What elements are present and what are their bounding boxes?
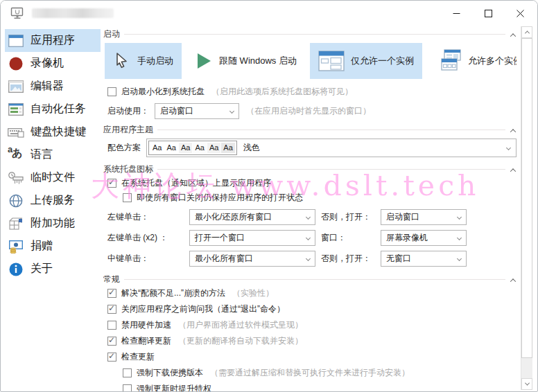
collapse-tray-button[interactable] bbox=[510, 163, 517, 176]
checkbox-icon bbox=[107, 321, 116, 330]
sidebar-item-label: 附加功能 bbox=[31, 216, 75, 231]
collapse-general-button[interactable] bbox=[510, 273, 517, 286]
check-updates-checkbox[interactable]: 检查更新 bbox=[107, 351, 155, 363]
scroll-up-button[interactable] bbox=[521, 26, 532, 38]
scroll-down-button[interactable] bbox=[521, 378, 532, 390]
single-window-icon bbox=[318, 51, 345, 71]
scheme-swatch: Aa bbox=[164, 143, 177, 153]
sidebar-item-about[interactable]: 关于 bbox=[5, 258, 101, 280]
show-in-tray-checkbox[interactable]: 在系统托盘（通知区域）上显示应用程序 bbox=[107, 177, 271, 189]
sidebar-item-automation[interactable]: 自动化任务 bbox=[5, 98, 101, 121]
section-startup: 启动 手动启动 跟随 Windows 启动 bbox=[103, 28, 517, 118]
sidebar-item-temp-files[interactable]: 临时文件 bbox=[5, 166, 101, 189]
collapse-theme-button[interactable] bbox=[510, 123, 517, 136]
section-title-general: 常规 bbox=[103, 274, 120, 285]
divider bbox=[157, 130, 505, 130]
minimize-to-tray-checkbox[interactable]: 启动最小化到系统托盘 bbox=[107, 86, 205, 98]
sidebar-item-addons[interactable]: 附加功能 bbox=[5, 212, 101, 235]
sidebar-item-hotkeys[interactable]: 键盘快捷键 bbox=[5, 121, 101, 143]
sidebar-item-application[interactable]: 应用程序 bbox=[5, 29, 101, 52]
addons-icon bbox=[8, 215, 24, 232]
keep-open-checkbox[interactable]: 即使所有窗口关闭仍保持应用程序的打开状态 bbox=[123, 192, 303, 204]
force-portable-checkbox[interactable]: 强制下载便携版本 bbox=[123, 367, 203, 379]
disable-hw-accel-row: 禁用硬件加速 （用户界面将通过软件模式呈现） bbox=[107, 317, 517, 332]
window-controls bbox=[440, 1, 536, 26]
double-click-window-select[interactable]: 屏幕录像机 bbox=[381, 230, 467, 246]
fix-quota-crash-checkbox[interactable]: 解决“配额不足...”崩溃的方法 bbox=[107, 287, 225, 299]
sidebar-item-language[interactable]: a あ 语言 bbox=[5, 143, 101, 166]
close-button[interactable] bbox=[504, 1, 536, 26]
scheme-swatch: Aa bbox=[179, 143, 192, 153]
chevron-down-icon bbox=[229, 108, 234, 113]
chevron-down-icon bbox=[306, 235, 311, 240]
sidebar-item-recorder[interactable]: 录像机 bbox=[5, 52, 101, 75]
double-click-action-select[interactable]: 打开一个窗口 bbox=[189, 230, 315, 246]
section-title-startup: 启动 bbox=[103, 28, 120, 40]
minimize-button[interactable] bbox=[440, 1, 472, 26]
double-click-label: 左键单击 (x2) ： bbox=[107, 232, 189, 244]
double-click-window-label: 窗口： bbox=[321, 232, 381, 244]
single-instance-button[interactable]: 仅允许一个实例 bbox=[310, 43, 422, 79]
ask-before-close-row: 关闭应用程序之前询问我（通过“退出”命令） bbox=[107, 301, 517, 317]
multi-window-icon bbox=[435, 49, 462, 73]
monitor-icon bbox=[10, 6, 25, 20]
tray-click-row: 中键单击： 最小化所有窗口 否则，打开： 无窗口 bbox=[107, 251, 517, 267]
check-updates-row: 检查更新 bbox=[107, 349, 517, 364]
left-click-action-select[interactable]: 最小化/还原所有窗口 bbox=[189, 209, 315, 225]
section-title-tray: 系统托盘图标 bbox=[103, 163, 153, 175]
checkbox-icon bbox=[107, 337, 116, 346]
startup-window-select[interactable]: 启动窗口 bbox=[155, 103, 239, 119]
sidebar-item-donate[interactable]: 捐赠 bbox=[5, 235, 101, 258]
settings-content: 启动 手动启动 跟随 Windows 启动 bbox=[103, 26, 517, 391]
check-translation-updates-checkbox[interactable]: 检查翻译更新 bbox=[107, 335, 171, 347]
sidebar-item-upload[interactable]: 上传服务 bbox=[5, 189, 101, 212]
middle-click-window-select[interactable]: 无窗口 bbox=[381, 251, 467, 267]
settings-window: 应用程序 录像机 编辑器 自动化任务 键盘快捷键 bbox=[0, 0, 538, 392]
sidebar-item-label: 捐赠 bbox=[31, 239, 53, 253]
checkbox-icon bbox=[107, 289, 116, 298]
startup-mode-buttons: 手动启动 跟随 Windows 启动 仅允许一个实例 bbox=[105, 43, 517, 79]
middle-click-action-select[interactable]: 最小化所有窗口 bbox=[189, 251, 315, 267]
scheme-swatch: Aa bbox=[207, 143, 220, 153]
start-with-windows-button[interactable]: 跟随 Windows 启动 bbox=[186, 43, 305, 79]
checkbox-icon bbox=[107, 87, 116, 96]
chevron-up-icon bbox=[510, 33, 516, 39]
collapse-startup-button[interactable] bbox=[510, 28, 517, 41]
sidebar-item-label: 应用程序 bbox=[31, 33, 75, 48]
vertical-scrollbar[interactable] bbox=[521, 26, 532, 390]
middle-click-else-label: 否则，打开： bbox=[321, 253, 381, 265]
force-portable-row: 强制下载便携版本 （需要通过解压缩和替换可执行文件来进行手动安装） bbox=[123, 365, 517, 380]
about-icon bbox=[8, 261, 24, 278]
checkbox-icon bbox=[123, 368, 132, 377]
section-tray: 系统托盘图标 在系统托盘（通知区域）上显示应用程序 即使所有窗口关闭仍保持应用程… bbox=[103, 163, 517, 267]
sidebar-item-label: 语言 bbox=[31, 148, 53, 162]
manual-start-button[interactable]: 手动启动 bbox=[105, 43, 182, 79]
divider bbox=[124, 279, 505, 280]
chevron-down-icon bbox=[457, 235, 462, 240]
sidebar-item-label: 键盘快捷键 bbox=[31, 125, 86, 139]
sidebar-item-editor[interactable]: 编辑器 bbox=[5, 75, 101, 98]
chevron-down-icon bbox=[457, 215, 462, 220]
force-elevate-checkbox[interactable]: 强制更新时提升特权 bbox=[123, 383, 211, 392]
tray-click-row: 左键单击 (x2) ： 打开一个窗口 窗口： 屏幕录像机 bbox=[107, 230, 517, 246]
scrollbar-thumb[interactable] bbox=[521, 38, 532, 358]
sidebar-item-label: 上传服务 bbox=[31, 193, 75, 208]
maximize-button[interactable] bbox=[472, 1, 504, 26]
checkbox-icon bbox=[123, 384, 132, 392]
left-click-window-select[interactable]: 启动窗口 bbox=[381, 209, 467, 225]
multi-instance-button[interactable]: 允许多个实例 bbox=[427, 43, 517, 79]
editor-icon bbox=[8, 78, 24, 95]
ask-before-close-checkbox[interactable]: 关闭应用程序之前询问我（通过“退出”命令） bbox=[107, 303, 285, 315]
titlebar bbox=[1, 1, 537, 26]
chevron-down-icon bbox=[457, 256, 462, 261]
chevron-down-icon bbox=[524, 381, 529, 386]
color-scheme-label: 配色方案 bbox=[107, 142, 141, 154]
cursor-icon bbox=[113, 51, 131, 71]
disable-hw-accel-checkbox[interactable]: 禁用硬件加速 bbox=[107, 319, 171, 331]
force-elevate-row: 强制更新时提升特权 bbox=[123, 381, 517, 391]
color-scheme-select[interactable]: Aa Aa Aa Aa Aa Aa 浅色 bbox=[146, 139, 517, 157]
temp-files-icon bbox=[8, 170, 24, 186]
keyboard-icon bbox=[8, 124, 24, 141]
chevron-up-icon bbox=[510, 129, 516, 134]
app-window-icon bbox=[8, 33, 24, 49]
